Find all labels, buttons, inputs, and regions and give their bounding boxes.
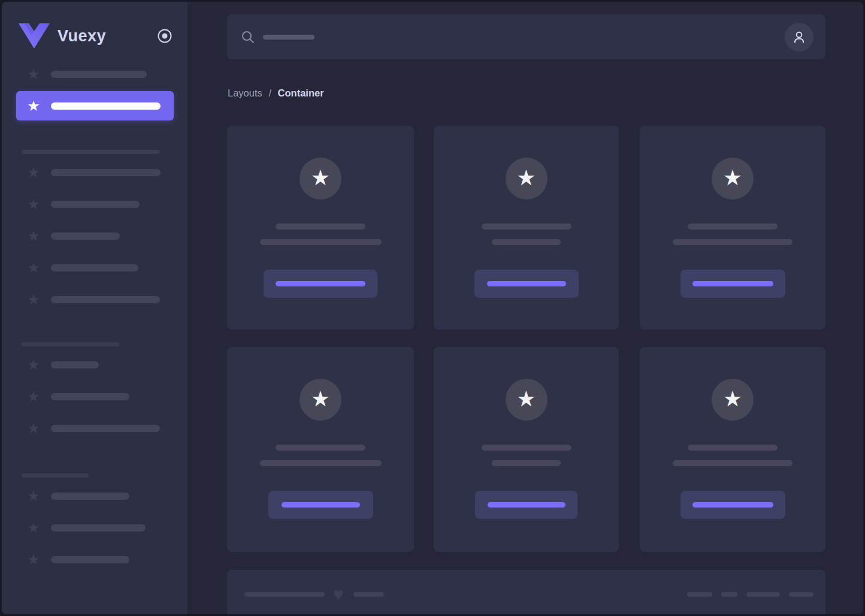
content-card: ★	[640, 347, 825, 552]
sidebar-item-skeleton	[51, 296, 160, 303]
sidebar-item[interactable]: ★	[2, 488, 187, 504]
content-card: ★	[227, 347, 414, 552]
sidebar-item[interactable]: ★	[2, 260, 187, 276]
content-card: ★	[640, 126, 825, 330]
text-line-skeleton	[688, 224, 778, 230]
sidebar-item-skeleton	[51, 169, 161, 176]
text-line-skeleton	[492, 460, 561, 466]
star-icon: ★	[723, 167, 742, 189]
footer-link-skeleton	[789, 592, 813, 597]
sidebar-item-skeleton	[51, 71, 147, 78]
button-label-skeleton	[692, 502, 773, 508]
text-line-skeleton	[482, 445, 571, 451]
button-label-skeleton	[488, 502, 565, 508]
sidebar-item-skeleton	[51, 201, 140, 208]
footer-text-skeleton	[244, 592, 325, 597]
sidebar-section: ★ ★ ★ ★ ★	[2, 150, 187, 324]
footer-link-skeleton	[746, 592, 780, 597]
text-line-skeleton	[673, 460, 793, 466]
footer-text-skeleton	[353, 592, 384, 597]
text-line-skeleton	[260, 239, 382, 245]
star-icon: ★	[311, 167, 330, 189]
star-icon: ★	[26, 552, 41, 567]
sidebar-section: ★ ★ ★	[2, 473, 187, 584]
star-icon: ★	[26, 165, 41, 180]
sidebar-item[interactable]: ★	[2, 67, 187, 82]
star-icon: ★	[516, 167, 536, 189]
breadcrumb-parent[interactable]: Layouts	[228, 87, 262, 98]
sidebar-item[interactable]: ★	[2, 389, 187, 404]
footer-link-skeleton	[721, 592, 737, 597]
button-label-skeleton	[692, 281, 773, 286]
sidebar-item[interactable]: ★	[2, 228, 187, 244]
sidebar-item-skeleton	[51, 425, 160, 432]
sidebar-item[interactable]: ★	[2, 197, 187, 212]
footer-row: ♥	[227, 588, 825, 601]
sidebar-item-active[interactable]: ★	[16, 91, 174, 120]
sidebar-item-skeleton	[51, 524, 146, 532]
vuexy-logo-icon[interactable]	[19, 23, 50, 49]
sidebar-item-skeleton	[51, 556, 129, 563]
star-icon: ★	[26, 357, 41, 373]
sidebar-item[interactable]: ★	[2, 552, 187, 567]
card-action-button[interactable]	[475, 491, 577, 519]
button-label-skeleton	[276, 281, 365, 286]
breadcrumb-separator: /	[268, 87, 271, 98]
text-line-skeleton	[276, 445, 365, 451]
sidebar-item[interactable]: ★	[2, 165, 187, 180]
card-action-button[interactable]	[268, 491, 373, 519]
user-avatar[interactable]	[785, 23, 813, 52]
section-heading-skeleton	[22, 342, 119, 346]
menu-pin-toggle-icon[interactable]	[156, 28, 173, 44]
sidebar-header: Vuexy	[19, 22, 173, 50]
sidebar-item-skeleton	[51, 102, 161, 110]
star-icon: ★	[26, 389, 41, 404]
sidebar-item[interactable]: ★	[2, 357, 187, 373]
footer-link-skeleton	[687, 592, 712, 597]
button-label-skeleton	[487, 281, 566, 286]
sidebar: Vuexy ★ ★ ★ ★	[2, 2, 187, 614]
sidebar-item[interactable]: ★	[2, 292, 187, 307]
sidebar-item-skeleton	[51, 232, 120, 240]
avatar-circle: ★	[506, 158, 548, 200]
section-heading-skeleton	[22, 473, 89, 478]
card-action-button[interactable]	[680, 491, 785, 519]
sidebar-section: ★ ★ ★	[2, 342, 187, 452]
sidebar-item-skeleton	[51, 493, 129, 500]
person-icon	[791, 29, 807, 45]
app-window: Vuexy ★ ★ ★ ★	[0, 0, 865, 616]
breadcrumb: Layouts / Container	[228, 87, 324, 99]
app-title: Vuexy	[58, 27, 106, 46]
star-icon: ★	[723, 388, 742, 410]
text-line-skeleton	[276, 224, 365, 230]
search-bar[interactable]	[227, 14, 825, 59]
sidebar-item[interactable]: ★	[2, 520, 187, 536]
card-action-button[interactable]	[680, 270, 785, 298]
section-heading-skeleton	[22, 150, 160, 154]
card-action-button[interactable]	[264, 270, 377, 298]
sidebar-item-skeleton	[51, 361, 99, 369]
star-icon: ★	[26, 292, 41, 307]
star-icon: ★	[26, 197, 41, 212]
breadcrumb-current: Container	[278, 87, 324, 98]
sidebar-item[interactable]: ★	[2, 421, 187, 436]
content-card: ★	[227, 126, 414, 330]
search-placeholder-skeleton	[263, 35, 314, 40]
star-icon: ★	[26, 98, 41, 114]
footer-card: ♥	[227, 570, 825, 616]
avatar-circle: ★	[300, 158, 341, 200]
footer-links	[687, 592, 813, 597]
sidebar-item-skeleton	[51, 393, 129, 400]
card-action-button[interactable]	[474, 270, 579, 298]
heart-icon[interactable]: ♥	[333, 588, 344, 601]
star-icon: ★	[26, 67, 41, 82]
text-line-skeleton	[673, 239, 793, 245]
avatar-circle: ★	[506, 379, 548, 421]
avatar-circle: ★	[712, 379, 754, 421]
content-card: ★	[434, 347, 619, 552]
star-icon: ★	[26, 520, 41, 536]
text-line-skeleton	[260, 460, 382, 466]
star-icon: ★	[26, 260, 41, 276]
button-label-skeleton	[282, 502, 360, 508]
star-icon: ★	[26, 421, 41, 436]
